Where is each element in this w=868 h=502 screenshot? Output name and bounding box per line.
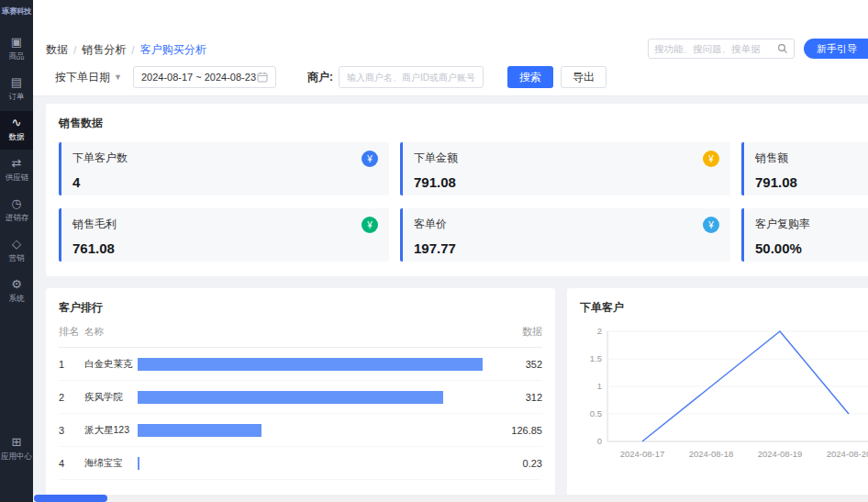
chart-tick-label: 2024-08-18 — [689, 449, 734, 459]
rank-cell: 1 — [59, 359, 84, 370]
date-range-value: 2024-08-17 ~ 2024-08-23 — [141, 72, 256, 83]
horizontal-scrollbar[interactable] — [33, 495, 868, 502]
rank-cell: 3 — [59, 425, 84, 436]
header-right: 新手引导 — [648, 39, 868, 59]
apps-icon: ⊞ — [12, 436, 22, 449]
sidebar-item-label: 应用中心 — [1, 451, 32, 462]
stat-card: 销售毛利761.08¥ — [59, 208, 389, 262]
rank-cell: 4 — [59, 458, 84, 469]
value-cell: 126.85 — [492, 425, 542, 436]
date-type-select[interactable]: 按下单日期 ▼ — [55, 70, 122, 85]
stat-card: 销售额791.08 — [741, 142, 868, 195]
bar-cell — [138, 391, 492, 404]
stat-card: 下单金额791.08¥ — [400, 142, 730, 195]
filter-row: 按下单日期 ▼ 2024-08-17 ~ 2024-08-23 商户: 搜索 导… — [55, 66, 606, 88]
stat-value: 4 — [72, 174, 378, 190]
col-value-header: 数据 — [492, 325, 542, 339]
brand-logo: 琢赛科技 — [0, 7, 33, 16]
stat-card: 客单价197.77¥ — [400, 208, 730, 262]
breadcrumb-item[interactable]: 客户购买分析 — [140, 42, 206, 58]
breadcrumb-item[interactable]: 数据 — [46, 42, 68, 58]
sidebar-item-label: 系统 — [8, 294, 24, 305]
orders-icon: ▤ — [11, 76, 22, 89]
customer-ranking-title: 客户排行 — [59, 300, 542, 316]
sales-data-card: 销售数据 下单客户数4¥下单金额791.08¥销售额791.08销售毛利761.… — [46, 104, 868, 276]
search-button[interactable]: 搜索 — [507, 66, 553, 88]
order-customers-title: 下单客户 — [580, 300, 868, 316]
stat-value: 50.00% — [755, 240, 868, 256]
sidebar-menu: ▣商品▤订单∿数据⇄供应链◷进销存◇营销⚙系统 — [0, 30, 33, 313]
order-customers-card: 下单客户 00.511.522024-08-172024-08-182024-0… — [567, 288, 868, 502]
chart-tick-label: 0.5 — [590, 408, 602, 418]
sales-data-title: 销售数据 — [59, 116, 868, 131]
sidebar-item-label: 数据 — [8, 132, 24, 143]
value-cell: 312 — [492, 392, 542, 403]
ranking-table-header: 排名 名称 数据 — [59, 316, 542, 348]
stat-label: 下单客户数 — [72, 151, 378, 166]
sidebar-item-data[interactable]: ∿数据 — [0, 111, 33, 150]
merchant-search-input[interactable] — [339, 66, 484, 88]
table-row: 4海绵宝宝0.23 — [59, 447, 542, 480]
merchant-label: 商户: — [307, 70, 333, 85]
sidebar-item-label: 进销存 — [5, 213, 28, 224]
sidebar-item-label: 营销 — [8, 253, 24, 264]
stat-value: 791.08 — [755, 174, 868, 190]
goods-icon: ▣ — [11, 36, 22, 49]
breadcrumb-separator: / — [73, 44, 76, 57]
chart-tick-label: 2024-08-19 — [758, 449, 803, 459]
global-search-box[interactable] — [648, 39, 795, 59]
sidebar: 琢赛科技 ▣商品▤订单∿数据⇄供应链◷进销存◇营销⚙系统 ⊞应用中心 — [0, 0, 33, 502]
chart-tick-label: 2024-08-20 — [827, 449, 868, 459]
avg-order-price-icon: ¥ — [703, 217, 719, 233]
breadcrumb-item[interactable]: 销售分析 — [82, 42, 126, 58]
scrollbar-thumb[interactable] — [34, 495, 107, 502]
sidebar-item-orders[interactable]: ▤订单 — [0, 71, 33, 109]
stat-value: 761.08 — [72, 240, 378, 256]
sidebar-item-app-center[interactable]: ⊞应用中心 — [0, 430, 33, 469]
rank-bar — [138, 391, 443, 404]
search-icon[interactable] — [777, 43, 788, 54]
table-row: 1白金史莱克352 — [59, 348, 542, 381]
stats-grid: 下单客户数4¥下单金额791.08¥销售额791.08销售毛利761.08¥客单… — [59, 142, 868, 262]
inventory-icon: ◷ — [11, 197, 21, 210]
bottom-row: 客户排行 排名 名称 数据 1白金史莱克3522疾风学院3123派大星12312… — [46, 288, 868, 502]
stat-label: 客户复购率 — [755, 217, 868, 232]
chart-tick-label: 1.5 — [590, 353, 602, 363]
export-button[interactable]: 导出 — [561, 66, 606, 88]
order-customers-line-chart: 00.511.522024-08-172024-08-182024-08-192… — [580, 327, 868, 474]
chart-tick-label: 2 — [597, 327, 602, 336]
gross-profit-icon: ¥ — [362, 217, 378, 233]
customer-name-cell: 疾风学院 — [84, 391, 138, 404]
date-range-input[interactable]: 2024-08-17 ~ 2024-08-23 — [133, 66, 276, 88]
order-amount-icon: ¥ — [703, 151, 719, 167]
stat-label: 销售额 — [755, 151, 868, 166]
customer-count-icon: ¥ — [362, 151, 378, 167]
marketing-icon: ◇ — [12, 238, 21, 251]
sidebar-item-label: 订单 — [8, 92, 24, 103]
chart-tick-label: 1 — [597, 381, 602, 391]
value-cell: 0.23 — [492, 458, 542, 469]
sidebar-item-inventory[interactable]: ◷进销存 — [0, 192, 33, 230]
chart-wrap: 00.511.522024-08-172024-08-182024-08-192… — [580, 327, 868, 477]
col-name-header: 名称 — [84, 326, 138, 339]
col-rank-header: 排名 — [59, 325, 84, 339]
global-search-input[interactable] — [654, 43, 777, 54]
sidebar-item-system[interactable]: ⚙系统 — [0, 273, 33, 311]
sidebar-item-marketing[interactable]: ◇营销 — [0, 232, 33, 271]
breadcrumb-separator: / — [131, 44, 134, 57]
ranking-table-body: 1白金史莱克3522疾风学院3123派大星123126.854海绵宝宝0.23 — [59, 348, 542, 480]
sidebar-item-label: 商品 — [8, 51, 24, 62]
sidebar-item-goods[interactable]: ▣商品 — [0, 30, 33, 69]
newbie-guide-button[interactable]: 新手引导 — [804, 39, 868, 59]
chart-tick-label: 2024-08-17 — [620, 449, 665, 459]
rank-bar — [138, 424, 262, 437]
sidebar-item-supply-chain[interactable]: ⇄供应链 — [0, 151, 33, 190]
stat-label: 下单金额 — [414, 151, 719, 166]
header: 数据/销售分析/客户购买分析 新手引导 按下单日期 ▼ 2024-08 — [33, 0, 868, 96]
rank-bar — [138, 358, 483, 371]
stat-label: 销售毛利 — [72, 217, 378, 232]
chevron-down-icon: ▼ — [114, 73, 122, 82]
supply-chain-icon: ⇄ — [12, 157, 22, 170]
stat-card: 客户复购率50.00% — [741, 208, 868, 262]
rank-bar — [138, 457, 139, 470]
